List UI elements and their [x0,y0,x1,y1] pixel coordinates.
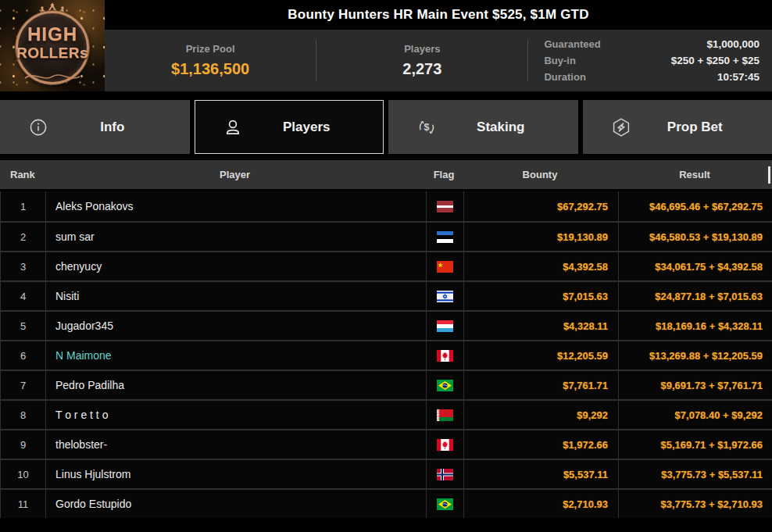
table-row[interactable]: 4Nisiti$7,015.63$24,877.18 + $7,015.63 [0,280,772,310]
table-body: 1Aleks Ponakovs$67,292.75$46,695.46 + $6… [0,191,772,518]
result-value: $7,078.40 + $9,292 [618,401,772,429]
high-rollers-logo: HIGH ROLLERs [0,0,105,91]
info-icon [27,116,50,139]
player-name: Jugador345 [45,312,426,340]
players-count-value: 2,273 [402,60,441,78]
prize-pool-section: Prize Pool $1,136,500 [105,30,316,91]
event-details-section: Guaranteed $1,000,000 Buy-in $250 + $250… [528,30,772,91]
guaranteed-row: Guaranteed $1,000,000 [544,38,759,50]
rank-cell: 1 [1,191,45,221]
tab-players-label: Players [245,120,384,135]
tab-players[interactable]: Players [195,100,384,154]
scrollbar-thumb[interactable] [768,166,770,184]
flag-luxembourg-icon [426,312,463,340]
tab-info-label: Info [50,120,189,135]
prop-bet-icon [609,116,633,139]
logo-text-rollers: ROLLERs [0,45,105,62]
flag-estonia-icon [426,223,463,251]
duration-label: Duration [544,71,585,83]
tab-bar: Info Players $ Staking [0,100,772,154]
table-row[interactable]: 3chenyucy$4,392.58$34,061.75 + $4,392.58 [0,251,772,280]
player-name: N Maimone [45,341,426,370]
players-count-label: Players [404,43,440,55]
tab-staking-label: Staking [438,120,577,135]
rank-cell: 11 [1,490,45,518]
duration-row: Duration 10:57:45 [544,71,759,83]
player-name: T o r e t t o [45,401,426,429]
logo-text-high: HIGH [0,23,105,45]
table-row[interactable]: 7Pedro Padilha$7,761.71$9,691.73 + $7,76… [0,370,772,399]
flag-china-icon [426,252,463,280]
duration-value: 10:57:45 [717,71,759,83]
table-row[interactable]: 1Aleks Ponakovs$67,292.75$46,695.46 + $6… [0,191,772,221]
result-value: $46,695.46 + $67,292.75 [618,191,772,221]
prize-pool-value: $1,136,500 [171,60,249,78]
table-header: Rank Player Flag Bounty Result [0,160,772,189]
rank-cell: 6 [1,341,45,370]
flag-canada-icon [426,341,463,370]
flag-latvia-icon [426,191,463,221]
player-name: Gordo Estupido [45,490,426,518]
prize-pool-label: Prize Pool [186,43,235,55]
rank-cell: 8 [1,401,45,429]
logo-flourish [22,73,83,82]
staking-icon: $ [415,116,438,139]
tab-prop-bet[interactable]: Prop Bet [583,100,772,154]
tab-staking[interactable]: $ Staking [388,100,578,154]
bounty-value: $19,130.89 [463,223,618,251]
table-row[interactable]: 10Linus Hjulstrom$5,537.11$3,775.73 + $5… [0,459,772,488]
title-bar: Bounty Hunters HR Main Event $525, $1M G… [105,0,772,30]
svg-text:$: $ [424,122,430,133]
table-row[interactable]: 11Gordo Estupido$2,710.93$3,775.73 + $2,… [0,488,772,518]
bounty-value: $4,328.11 [463,312,618,340]
players-table: Rank Player Flag Bounty Result 1Aleks Po… [0,160,772,518]
player-name: Linus Hjulstrom [45,460,426,488]
bounty-value: $9,292 [463,401,618,429]
tab-prop-bet-label: Prop Bet [633,120,772,135]
table-row[interactable]: 2sum sar$19,130.89$46,580.53 + $19,130.8… [0,221,772,251]
guaranteed-value: $1,000,000 [706,38,759,50]
player-name: thelobster- [45,430,426,459]
table-row[interactable]: 5Jugador345$4,328.11$18,169.16 + $4,328.… [0,310,772,340]
result-value: $9,691.73 + $7,761.71 [618,371,772,399]
bounty-value: $1,972.66 [463,430,618,459]
tab-info[interactable]: Info [0,100,190,154]
bounty-value: $2,710.93 [463,490,618,518]
column-header-result: Result [617,169,772,180]
bounty-value: $4,392.58 [463,252,618,280]
buyin-value: $250 + $250 + $25 [671,55,759,66]
player-name: Nisiti [45,282,426,310]
result-value: $13,269.88 + $12,205.59 [618,341,772,370]
top-header: HIGH ROLLERs Bounty Hunters HR Main Even… [0,0,772,91]
players-count-section: Players 2,273 [316,30,527,91]
bounty-value: $7,761.71 [463,371,618,399]
column-header-flag: Flag [425,169,463,180]
result-value: $5,169.71 + $1,972.66 [618,430,772,459]
players-icon [221,116,245,139]
column-header-player: Player [45,169,425,180]
table-row[interactable]: 9thelobster-$1,972.66$5,169.71 + $1,972.… [0,429,772,459]
bounty-value: $67,292.75 [463,191,618,221]
rank-cell: 2 [1,223,45,251]
stats-bar: Prize Pool $1,136,500 Players 2,273 Guar… [105,30,772,91]
player-name: chenyucy [45,252,426,280]
rank-cell: 5 [1,312,45,340]
table-row[interactable]: 6N Maimone$12,205.59$13,269.88 + $12,205… [0,340,772,370]
flag-brazil-icon [426,490,463,518]
column-header-bounty: Bounty [463,169,617,180]
bounty-value: $12,205.59 [463,341,618,370]
bounty-value: $7,015.63 [463,282,618,310]
guaranteed-label: Guaranteed [544,38,600,50]
rank-cell: 7 [1,371,45,399]
result-value: $34,061.75 + $4,392.58 [618,252,772,280]
result-value: $3,775.73 + $5,537.11 [618,460,772,488]
result-value: $3,775.73 + $2,710.93 [618,490,772,518]
player-name: Pedro Padilha [45,371,426,399]
table-row[interactable]: 8T o r e t t o$9,292$7,078.40 + $9,292 [0,399,772,429]
result-value: $18,169.16 + $4,328.11 [618,312,772,340]
buyin-row: Buy-in $250 + $250 + $25 [544,55,759,66]
rank-cell: 4 [1,282,45,310]
rank-cell: 9 [1,430,45,459]
column-header-rank: Rank [0,169,45,180]
player-name: Aleks Ponakovs [45,191,426,221]
